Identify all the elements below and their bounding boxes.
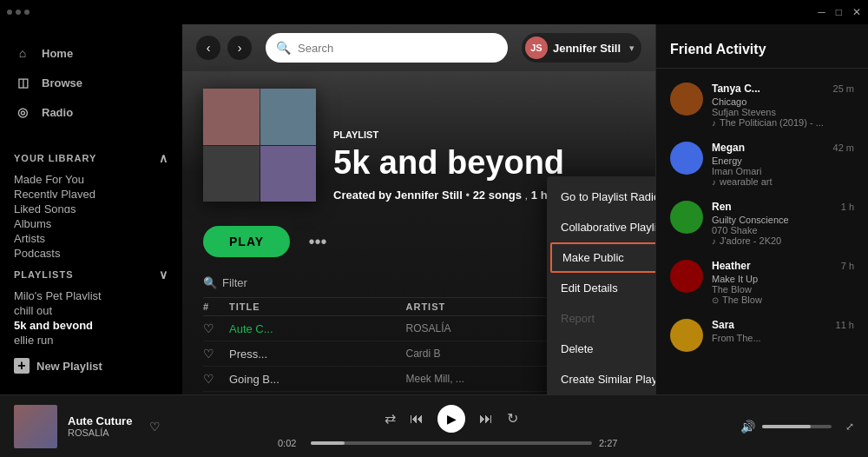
menu-item-radio[interactable]: Go to Playlist Radio <box>547 182 655 212</box>
playlist-cover-art <box>203 89 316 202</box>
title-dot-2 <box>16 10 21 15</box>
like-icon-0[interactable]: ♡ <box>203 321 229 335</box>
next-button[interactable]: ⏭ <box>479 411 493 427</box>
sidebar-item-browse[interactable]: ◫ Browse <box>14 68 168 97</box>
friend-artist-heather: The Blow <box>712 284 854 295</box>
title-dot-3 <box>24 10 30 15</box>
current-time: 0:02 <box>278 438 304 448</box>
friend-playing-text-heather: The Blow <box>722 295 762 305</box>
sidebar-playlist-chill-out[interactable]: chill out <box>0 300 182 315</box>
like-icon-1[interactable]: ♡ <box>203 347 229 361</box>
friend-info-megan: Megan 42 m Energy Iman Omari ♪ wearable … <box>712 142 854 187</box>
friend-name-megan: Megan <box>712 142 745 154</box>
friend-list: Tanya C... 25 m Chicago Sufjan Stevens ♪… <box>656 69 868 394</box>
like-track-button[interactable]: ♡ <box>149 420 161 434</box>
menu-item-make-public[interactable]: Make Public <box>550 242 655 273</box>
volume-icon: 🔊 <box>740 420 755 434</box>
play-pause-button[interactable]: ▶ <box>437 405 465 433</box>
play-button[interactable]: PLAY <box>203 226 290 257</box>
user-menu[interactable]: JS Jennifer Still ▾ <box>522 33 641 63</box>
center-content: ‹ › 🔍 JS Jennifer Still ▾ <box>182 24 655 394</box>
close-button[interactable]: ✕ <box>852 6 861 18</box>
friend-playing-megan: ♪ wearable art <box>712 176 854 187</box>
menu-item-report: Report <box>547 303 655 334</box>
search-icon: 🔍 <box>276 41 291 55</box>
total-time: 2:27 <box>599 438 625 448</box>
friend-avatar-sara <box>670 319 703 352</box>
new-playlist-button[interactable]: + New Playlist <box>0 351 182 381</box>
progress-track[interactable] <box>311 441 592 445</box>
volume-fill <box>762 425 811 428</box>
friend-name-sara: Sara <box>712 319 734 331</box>
sidebar-item-albums[interactable]: Albums <box>0 213 182 228</box>
friend-info-ren: Ren 1 h Guilty Conscience 070 Shake ♪ J'… <box>712 201 854 246</box>
now-playing: Aute Cuture ROSALÍA ♡ <box>14 405 205 448</box>
cover-q3 <box>203 146 260 202</box>
sidebar-label-browse: Browse <box>42 76 82 89</box>
sidebar-item-podcasts[interactable]: Podcasts <box>0 242 182 257</box>
friend-item-heather[interactable]: Heather 7 h Make It Up The Blow ⊙ The Bl… <box>656 253 868 312</box>
minimize-button[interactable]: ─ <box>818 6 825 18</box>
track-artist: ROSALÍA <box>68 427 132 438</box>
menu-item-create-similar[interactable]: Create Similar Playlist <box>547 364 655 394</box>
shuffle-button[interactable]: ⇄ <box>385 410 396 427</box>
search-input[interactable] <box>298 42 497 55</box>
home-icon: ⌂ <box>14 44 31 62</box>
friend-time-tanya: 25 m <box>833 83 854 94</box>
friend-name-row-megan: Megan 42 m <box>712 142 854 154</box>
friend-song-heather: Make It Up <box>712 274 854 284</box>
like-icon-2[interactable]: ♡ <box>203 372 229 386</box>
expand-icon[interactable]: ⤢ <box>845 421 854 433</box>
friend-item-ren[interactable]: Ren 1 h Guilty Conscience 070 Shake ♪ J'… <box>656 194 868 253</box>
sidebar-item-liked-songs[interactable]: Liked Songs <box>0 198 182 213</box>
friend-time-sara: 11 h <box>836 320 854 330</box>
maximize-button[interactable]: □ <box>836 6 842 18</box>
user-chevron-icon: ▾ <box>629 43 635 54</box>
col-header-title: TITLE <box>229 301 406 312</box>
sidebar-item-artists[interactable]: Artists <box>0 228 182 242</box>
search-bar[interactable]: 🔍 <box>266 33 508 63</box>
sidebar-nav: ⌂ Home ◫ Browse ◎ Radio <box>0 38 182 127</box>
friend-item-sara[interactable]: Sara 11 h From The... <box>656 312 868 359</box>
menu-item-edit-details[interactable]: Edit Details <box>547 273 655 303</box>
sidebar-label-home: Home <box>42 47 73 60</box>
col-header-num: # <box>203 301 229 312</box>
friend-item-megan[interactable]: Megan 42 m Energy Iman Omari ♪ wearable … <box>656 135 868 194</box>
more-options-button[interactable]: ••• <box>304 228 332 255</box>
back-button[interactable]: ‹ <box>196 36 220 60</box>
friend-song-ren: Guilty Conscience <box>712 215 854 225</box>
library-chevron[interactable]: ∧ <box>159 151 168 165</box>
playback-controls: ⇄ ⏮ ▶ ⏭ ↻ 0:02 2:27 <box>205 405 698 448</box>
sidebar-playlist-ellie-run[interactable]: ellie run <box>0 329 182 344</box>
friend-time-megan: 42 m <box>833 142 854 153</box>
playlists-chevron[interactable]: ∨ <box>159 268 168 281</box>
prev-button[interactable]: ⏮ <box>410 411 424 427</box>
song-title-1: Press... <box>229 348 406 361</box>
friend-avatar-ren <box>670 201 703 234</box>
sidebar-item-radio[interactable]: ◎ Radio <box>14 97 168 127</box>
menu-item-collaborative[interactable]: Collaborative Playlist <box>547 212 655 242</box>
title-dot-1 <box>7 10 12 15</box>
sidebar-item-recently-played[interactable]: Recently Played <box>0 183 182 198</box>
friend-playing-text-ren: J'adore - 2K20 <box>720 235 781 246</box>
sidebar-item-made-for-you[interactable]: Made For You <box>0 169 182 183</box>
filter-input[interactable]: 🔍 Filter <box>203 276 247 289</box>
user-initials: JS <box>530 43 542 53</box>
playback-bar: Aute Cuture ROSALÍA ♡ ⇄ ⏮ ▶ ⏭ ↻ 0:02 2:2… <box>0 394 868 457</box>
playlist-creator: Jennifer Still <box>395 189 463 202</box>
volume-track[interactable] <box>762 425 832 428</box>
sidebar-playlist-milos-pet[interactable]: Milo's Pet Playlist <box>0 285 182 300</box>
user-avatar: JS <box>525 36 548 59</box>
sidebar-item-home[interactable]: ⌂ Home <box>14 38 168 68</box>
forward-button[interactable]: › <box>227 36 252 60</box>
music-note-icon: ♪ <box>712 118 716 128</box>
friend-name-row-heather: Heather 7 h <box>712 260 854 272</box>
playlist-song-count: 22 songs <box>473 189 522 202</box>
friend-name-ren: Ren <box>712 201 732 213</box>
repeat-button[interactable]: ↻ <box>507 410 518 427</box>
friend-item-tanya[interactable]: Tanya C... 25 m Chicago Sufjan Stevens ♪… <box>656 76 868 135</box>
menu-item-delete[interactable]: Delete <box>547 334 655 364</box>
context-menu: Go to Playlist Radio Collaborative Playl… <box>547 176 655 394</box>
sidebar-playlist-5k-beyond[interactable]: 5k and beyond <box>0 315 182 329</box>
friend-artist-tanya: Sufjan Stevens <box>712 107 854 117</box>
